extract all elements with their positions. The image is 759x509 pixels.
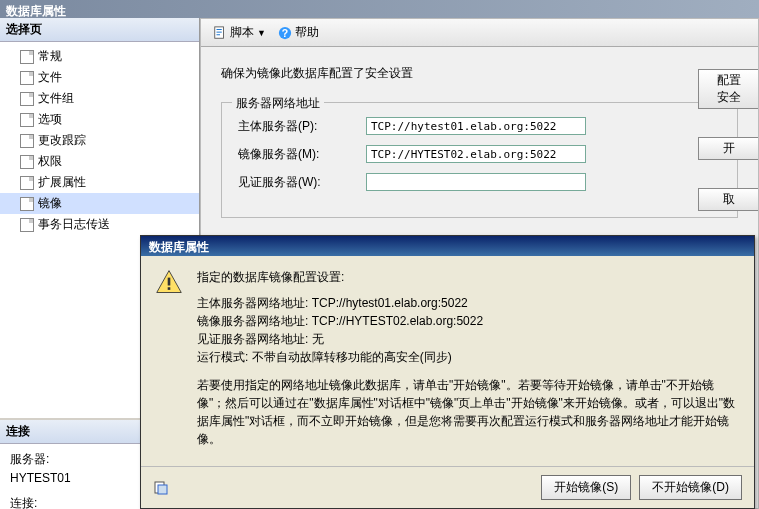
- svg-rect-4: [168, 287, 171, 290]
- sidebar-item-label: 事务日志传送: [38, 216, 110, 233]
- mirror-config-dialog: 数据库属性 指定的数据库镜像配置设置: 主体服务器网络地址: TCP://hyt…: [140, 235, 755, 509]
- witness-label: 见证服务器(W):: [238, 174, 358, 191]
- sidebar-item-label: 权限: [38, 153, 62, 170]
- principal-label: 主体服务器(P):: [238, 118, 358, 135]
- sidebar-item-label: 文件组: [38, 90, 74, 107]
- cancel-button[interactable]: 取: [698, 188, 758, 211]
- sidebar-item-label: 选项: [38, 111, 62, 128]
- chevron-down-icon: ▼: [257, 28, 266, 38]
- page-icon: [20, 155, 34, 169]
- sidebar-item-label: 镜像: [38, 195, 62, 212]
- page-icon: [20, 218, 34, 232]
- witness-input[interactable]: [366, 173, 586, 191]
- config-security-button[interactable]: 配置安全: [698, 69, 758, 109]
- security-msg: 确保为镜像此数据库配置了安全设置: [221, 65, 738, 82]
- dialog-title: 数据库属性: [141, 236, 754, 256]
- no-start-mirror-button[interactable]: 不开始镜像(D): [639, 475, 742, 500]
- page-icon: [20, 134, 34, 148]
- start-button[interactable]: 开: [698, 137, 758, 160]
- fieldset-legend: 服务器网络地址: [232, 95, 324, 112]
- sidebar-item-4[interactable]: 更改跟踪: [0, 130, 199, 151]
- page-icon: [20, 50, 34, 64]
- dialog-text: 指定的数据库镜像配置设置: 主体服务器网络地址: TCP://hytest01.…: [197, 268, 740, 456]
- server-address-fieldset: 服务器网络地址 主体服务器(P): 镜像服务器(M): 见证服务器(W):: [221, 102, 738, 218]
- sidebar-item-label: 文件: [38, 69, 62, 86]
- sidebar-item-label: 常规: [38, 48, 62, 65]
- svg-rect-3: [168, 278, 171, 286]
- toolbar: 脚本 ▼ ? 帮助: [201, 19, 758, 47]
- mirror-input[interactable]: [366, 145, 586, 163]
- start-mirror-button[interactable]: 开始镜像(S): [541, 475, 631, 500]
- copy-icon[interactable]: [153, 480, 169, 496]
- sidebar-item-7[interactable]: 镜像: [0, 193, 199, 214]
- help-button[interactable]: ? 帮助: [274, 22, 323, 43]
- page-icon: [20, 113, 34, 127]
- mirror-label: 镜像服务器(M):: [238, 146, 358, 163]
- page-tree: 常规文件文件组选项更改跟踪权限扩展属性镜像事务日志传送: [0, 42, 199, 239]
- page-icon: [20, 176, 34, 190]
- help-icon: ?: [278, 26, 292, 40]
- svg-text:?: ?: [282, 26, 288, 38]
- main-title-bar: 数据库属性: [0, 0, 759, 18]
- sidebar-item-label: 更改跟踪: [38, 132, 86, 149]
- sidebar-item-0[interactable]: 常规: [0, 46, 199, 67]
- sidebar-item-1[interactable]: 文件: [0, 67, 199, 88]
- page-icon: [20, 92, 34, 106]
- sidebar-item-6[interactable]: 扩展属性: [0, 172, 199, 193]
- principal-input[interactable]: [366, 117, 586, 135]
- warning-icon: [155, 268, 183, 296]
- script-button[interactable]: 脚本 ▼: [209, 22, 270, 43]
- sidebar-item-label: 扩展属性: [38, 174, 86, 191]
- select-page-header: 选择页: [0, 18, 199, 42]
- page-icon: [20, 197, 34, 211]
- sidebar-item-3[interactable]: 选项: [0, 109, 199, 130]
- sidebar-item-5[interactable]: 权限: [0, 151, 199, 172]
- sidebar-item-2[interactable]: 文件组: [0, 88, 199, 109]
- page-icon: [20, 71, 34, 85]
- sidebar-item-8[interactable]: 事务日志传送: [0, 214, 199, 235]
- script-icon: [213, 26, 227, 40]
- window-title: 数据库属性: [6, 4, 66, 18]
- svg-rect-6: [158, 485, 167, 494]
